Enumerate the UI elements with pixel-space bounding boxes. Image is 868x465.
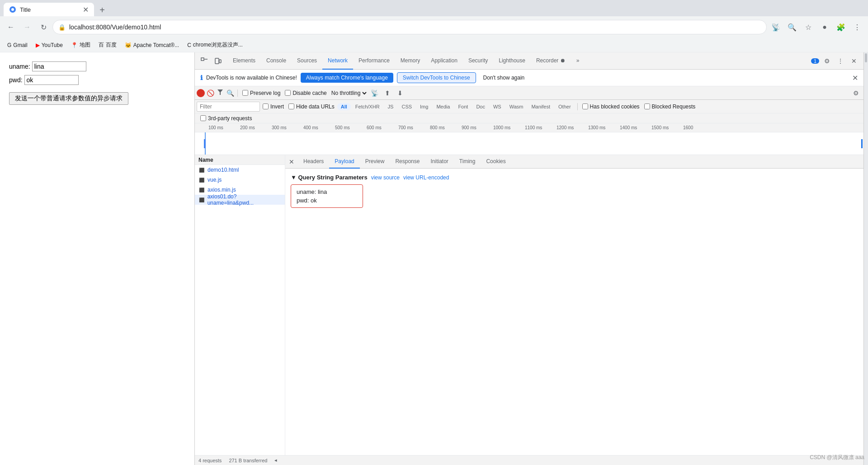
tab-network[interactable]: Network: [322, 52, 353, 70]
filter-tag-js[interactable]: JS: [384, 103, 397, 110]
network-settings-button[interactable]: ⚙: [850, 87, 862, 99]
uname-input[interactable]: [32, 61, 86, 71]
device-toolbar-button[interactable]: [212, 55, 224, 67]
search-button[interactable]: 🔍: [785, 20, 799, 34]
tab-more[interactable]: »: [571, 52, 585, 70]
forward-button[interactable]: →: [20, 20, 34, 34]
bookmark-tomcat[interactable]: 🐱 Apache Tomcat®...: [121, 40, 183, 51]
filter-tag-wasm[interactable]: Wasm: [506, 103, 527, 110]
new-tab-button[interactable]: +: [96, 4, 108, 16]
filter-input[interactable]: [197, 102, 260, 112]
uname-label: uname:: [9, 63, 30, 70]
file-row-vuejs[interactable]: ⬛ vue.js: [195, 175, 285, 185]
bookmark-button[interactable]: ☆: [801, 20, 816, 34]
blocked-requests-label[interactable]: Blocked Requests: [642, 103, 698, 110]
match-language-button[interactable]: Always match Chrome's language: [301, 73, 393, 83]
tab-lighthouse[interactable]: Lighthouse: [493, 52, 531, 70]
qs-header: ▼ Query String Parameters view source vi…: [291, 174, 858, 181]
view-url-encoded-link[interactable]: view URL-encoded: [403, 174, 449, 181]
reload-button[interactable]: ↻: [36, 20, 51, 34]
browser-tab[interactable]: Title ✕: [4, 3, 94, 16]
detail-tab-initiator[interactable]: Initiator: [425, 155, 453, 169]
third-party-label[interactable]: 3rd-party requests: [198, 115, 254, 122]
inspect-element-button[interactable]: [198, 55, 210, 67]
tab-elements[interactable]: Elements: [227, 52, 261, 70]
tab-application[interactable]: Application: [425, 52, 463, 70]
cast-button[interactable]: 📡: [769, 20, 783, 34]
dont-show-again-button[interactable]: Don't show again: [480, 73, 528, 83]
tab-performance[interactable]: Performance: [353, 52, 395, 70]
filter-tag-ws[interactable]: WS: [490, 103, 505, 110]
switch-devtools-button[interactable]: Switch DevTools to Chinese: [397, 72, 476, 83]
devtools-settings-button[interactable]: ⚙: [821, 55, 833, 67]
preserve-log-label[interactable]: Preserve log: [241, 90, 282, 96]
disable-cache-checkbox[interactable]: [285, 90, 291, 96]
filter-tag-manifest[interactable]: Manifest: [528, 103, 554, 110]
devtools-close-button[interactable]: ✕: [848, 55, 860, 67]
filter-tag-media[interactable]: Media: [433, 103, 453, 110]
detail-tab-preview[interactable]: Preview: [360, 155, 390, 169]
preserve-log-checkbox[interactable]: [242, 90, 248, 96]
scrollbar-thumb[interactable]: [865, 53, 867, 62]
detail-tab-payload[interactable]: Payload: [329, 155, 359, 169]
bookmark-chrome[interactable]: C chrome浏览器没声...: [184, 40, 246, 51]
address-bar[interactable]: 🔒 localhost:8080/Vue/demo10.html: [52, 20, 767, 34]
search-network-button[interactable]: 🔍: [226, 89, 235, 98]
detail-tab-response[interactable]: Response: [390, 155, 425, 169]
timeline-end-bar: [861, 139, 863, 148]
blocked-cookies-checkbox[interactable]: [582, 103, 588, 109]
tab-recorder[interactable]: Recorder ⏺: [531, 52, 571, 70]
filter-tag-font[interactable]: Font: [454, 103, 472, 110]
lock-icon: 🔒: [58, 24, 66, 31]
view-source-link[interactable]: view source: [371, 174, 400, 181]
devtools-more-button[interactable]: ⋮: [835, 55, 846, 67]
file-row-axios01[interactable]: ⬛ axios01.do?uname=lina&pwd...: [195, 195, 285, 205]
invert-checkbox[interactable]: [263, 103, 269, 109]
tab-security[interactable]: Security: [463, 52, 493, 70]
back-button[interactable]: ←: [4, 20, 18, 34]
filter-tag-xhr[interactable]: Fetch/XHR: [352, 103, 383, 110]
hide-data-urls-label[interactable]: Hide data URLs: [287, 103, 336, 110]
filter-tag-other[interactable]: Other: [555, 103, 575, 110]
bookmark-maps[interactable]: 📍 地图: [67, 40, 94, 51]
bookmark-baidu[interactable]: 百 百度: [95, 40, 120, 51]
toolbar-right: 📡 🔍 ☆ ● 🧩 ⋮: [769, 20, 864, 34]
filter-tag-css[interactable]: CSS: [398, 103, 415, 110]
more-button[interactable]: ⋮: [850, 20, 864, 34]
detail-close-icon[interactable]: ✕: [287, 157, 296, 166]
clear-button[interactable]: 🚫: [206, 89, 215, 98]
tab-memory[interactable]: Memory: [395, 52, 425, 70]
import-har-button[interactable]: ⬆: [382, 87, 393, 99]
filter-tag-doc[interactable]: Doc: [472, 103, 489, 110]
bookmark-youtube[interactable]: ▶ YouTube: [32, 40, 66, 51]
detail-tab-headers[interactable]: Headers: [298, 155, 329, 169]
banner-close-icon[interactable]: ✕: [852, 74, 858, 82]
close-tab-icon[interactable]: ✕: [83, 5, 89, 14]
filter-tag-img[interactable]: Img: [416, 103, 432, 110]
blocked-requests-checkbox[interactable]: [644, 103, 650, 109]
export-har-button[interactable]: ⬇: [394, 87, 406, 99]
throttle-select[interactable]: No throttling Slow 3G Fast 3G: [330, 89, 368, 97]
blocked-cookies-label[interactable]: Has blocked cookies: [580, 103, 642, 110]
devtools-scrollbar[interactable]: [863, 52, 868, 465]
filter-toggle-button[interactable]: [216, 89, 225, 98]
filter-tag-all[interactable]: All: [337, 103, 351, 110]
pwd-input[interactable]: [24, 75, 79, 85]
bookmark-gmail[interactable]: G Gmail: [4, 40, 31, 51]
submit-button[interactable]: 发送一个带普通请求参数值的异步请求: [9, 92, 128, 105]
record-button[interactable]: [197, 89, 205, 97]
tab-console[interactable]: Console: [261, 52, 292, 70]
hide-data-urls-checkbox[interactable]: [288, 103, 294, 109]
js-file-icon-2: ⬛: [198, 187, 205, 193]
tab-sources[interactable]: Sources: [292, 52, 322, 70]
disable-cache-label[interactable]: Disable cache: [283, 90, 328, 96]
invert-label[interactable]: Invert: [261, 103, 286, 110]
file-row-demo10[interactable]: ⬛ demo10.html: [195, 165, 285, 175]
profile-button[interactable]: ●: [817, 20, 832, 34]
detail-tab-timing[interactable]: Timing: [454, 155, 481, 169]
extensions-button[interactable]: 🧩: [834, 20, 848, 34]
detail-tab-cookies[interactable]: Cookies: [481, 155, 511, 169]
online-toggle-button[interactable]: 📡: [369, 87, 381, 99]
third-party-checkbox[interactable]: [200, 115, 206, 121]
third-party-row: 3rd-party requests: [195, 113, 863, 123]
